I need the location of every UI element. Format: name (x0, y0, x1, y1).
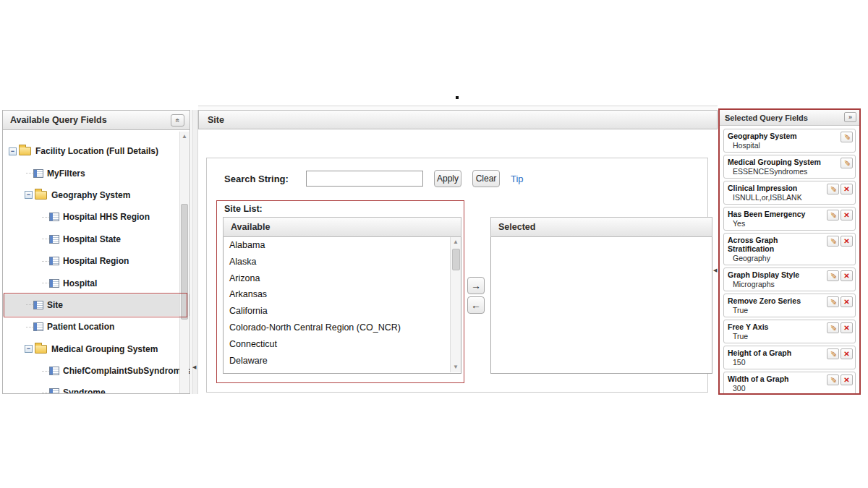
field-icon (49, 257, 59, 265)
list-item[interactable]: Connecticut (224, 336, 461, 353)
move-left-button[interactable]: ← (467, 296, 485, 314)
edit-field-button[interactable]: ✎ (841, 158, 853, 168)
move-right-button[interactable]: → (467, 277, 485, 294)
collapse-panel-button[interactable]: « (171, 114, 184, 127)
query-field-card: Geography SystemHospital✎ (723, 129, 856, 153)
scroll-up-icon[interactable]: ▲ (451, 239, 461, 245)
query-field-card: Width of a Graph300✎✕ (723, 372, 856, 395)
edit-field-button[interactable]: ✎ (827, 236, 839, 247)
list-item[interactable]: Delaware (224, 353, 461, 369)
right-panel-collapse-icon[interactable]: ◀ (713, 267, 717, 273)
tree-item-hospital-region[interactable]: Hospital Region (3, 250, 190, 272)
tree-item-myfilters[interactable]: MyFilters (3, 162, 190, 184)
tree-item-hospital[interactable]: Hospital (3, 272, 190, 294)
pencil-icon: ✎ (829, 351, 837, 357)
tree-item-hospital-state[interactable]: Hospital State (3, 228, 190, 250)
query-field-name: Remove Zero Series (728, 296, 825, 305)
query-field-name: Graph Display Style (728, 270, 825, 279)
tree-item-hospital-hhs-region[interactable]: Hospital HHS Region (3, 206, 190, 228)
delete-x-icon: ✕ (843, 186, 849, 193)
query-field-name: Height of a Graph (728, 348, 825, 357)
query-field-actions: ✎✕ (827, 296, 853, 307)
remove-field-button[interactable]: ✕ (841, 322, 853, 333)
remove-field-button[interactable]: ✕ (841, 236, 853, 247)
tree-item-label: Hospital Region (63, 256, 129, 266)
tree-item-label: Geography System (51, 190, 130, 200)
apply-button[interactable]: Apply (434, 170, 461, 187)
list-item[interactable]: California (224, 303, 461, 320)
tree-connector (42, 393, 48, 393)
available-scrollbar[interactable]: ▲ ▼ (450, 237, 461, 372)
search-string-input[interactable] (306, 171, 423, 187)
site-list-label: Site List: (224, 204, 263, 214)
tree-item-geography-system[interactable]: −Geography System (3, 184, 190, 206)
tree-collapse-icon[interactable]: − (25, 191, 33, 199)
edit-field-button[interactable]: ✎ (827, 210, 839, 221)
clear-button[interactable]: Clear (472, 170, 500, 187)
list-item[interactable]: Arizona (224, 270, 461, 287)
edit-field-button[interactable]: ✎ (841, 132, 853, 142)
tree-connector (26, 304, 33, 305)
query-field-card: Medical Grouping SystemESSENCESyndromes✎ (723, 155, 856, 179)
query-field-card: Free Y AxisTrue✎✕ (723, 320, 856, 343)
tree-item-facility-location-full-details-[interactable]: −Facility Location (Full Details) (3, 140, 190, 162)
edit-field-button[interactable]: ✎ (827, 322, 839, 333)
tree-collapse-icon[interactable]: − (25, 345, 33, 353)
field-icon (33, 322, 43, 331)
scroll-up-icon[interactable]: ▲ (180, 134, 189, 140)
available-items: AlabamaAlaskaArizonaArkansasCaliforniaCo… (224, 237, 461, 369)
list-item[interactable]: Alabama (224, 237, 461, 254)
remove-field-button[interactable]: ✕ (841, 296, 853, 307)
edit-field-button[interactable]: ✎ (827, 184, 839, 194)
list-item[interactable]: Arkansas (224, 286, 461, 303)
tree-item-medical-grouping-system[interactable]: −Medical Grouping System (3, 338, 190, 360)
tree-connector (42, 239, 48, 239)
list-item[interactable]: Alaska (224, 254, 461, 270)
remove-field-button[interactable]: ✕ (841, 270, 853, 281)
tree-item-label: MyFilters (47, 168, 85, 179)
tree-connector (42, 283, 48, 283)
tree-item-patient-location[interactable]: Patient Location (3, 316, 190, 338)
tree-item-site[interactable]: Site (3, 294, 190, 316)
remove-field-button[interactable]: ✕ (841, 374, 853, 385)
query-field-value: ESSENCESyndromes (733, 168, 825, 176)
tree-connector (42, 217, 48, 218)
tree-scrollbar[interactable]: ▲ (179, 132, 189, 394)
tree-item-label: Site (47, 300, 63, 310)
available-listbox[interactable]: AlabamaAlaskaArizonaArkansasCaliforniaCo… (223, 237, 461, 374)
folder-icon (19, 147, 31, 155)
tree-item-chiefcomplaintsubsyndromes[interactable]: ChiefComplaintSubSyndromes (3, 360, 190, 382)
field-icon (33, 301, 43, 309)
tree-item-label: Hospital HHS Region (63, 212, 150, 222)
selected-listbox[interactable] (490, 237, 712, 374)
folder-icon (35, 345, 47, 354)
field-icon (33, 169, 43, 178)
panel-splitter[interactable]: ◀ (192, 110, 198, 394)
remove-field-button[interactable]: ✕ (841, 348, 853, 359)
chevrons-right-icon: » (848, 114, 852, 121)
scroll-down-icon[interactable]: ▼ (451, 364, 461, 370)
edit-field-button[interactable]: ✎ (827, 374, 839, 385)
edit-field-button[interactable]: ✎ (827, 348, 839, 359)
available-scrollbar-thumb[interactable] (452, 249, 460, 270)
tip-link[interactable]: Tip (511, 174, 524, 184)
pencil-icon: ✎ (829, 212, 837, 218)
pencil-icon: ✎ (829, 377, 837, 383)
stray-dot (456, 96, 459, 99)
tree-scrollbar-thumb[interactable] (181, 204, 188, 320)
tree-collapse-icon[interactable]: − (9, 147, 17, 155)
remove-field-button[interactable]: ✕ (841, 184, 853, 194)
splitter-collapse-icon[interactable]: ◀ (192, 364, 196, 370)
query-field-card: Has Been EmergencyYes✎✕ (723, 207, 856, 231)
list-item[interactable]: Colorado-North Central Region (CO_NCR) (224, 320, 461, 336)
edit-field-button[interactable]: ✎ (827, 296, 839, 307)
query-field-card: Height of a Graph150✎✕ (723, 346, 856, 369)
remove-field-button[interactable]: ✕ (841, 210, 853, 221)
expand-panel-button[interactable]: » (844, 112, 856, 122)
tree-item-syndrome[interactable]: Syndrome (3, 382, 190, 394)
query-field-name: Medical Grouping System (728, 158, 825, 166)
field-icon (49, 388, 59, 394)
edit-field-button[interactable]: ✎ (827, 270, 839, 281)
tree-connector (26, 173, 33, 174)
available-list-header: Available (223, 217, 461, 237)
